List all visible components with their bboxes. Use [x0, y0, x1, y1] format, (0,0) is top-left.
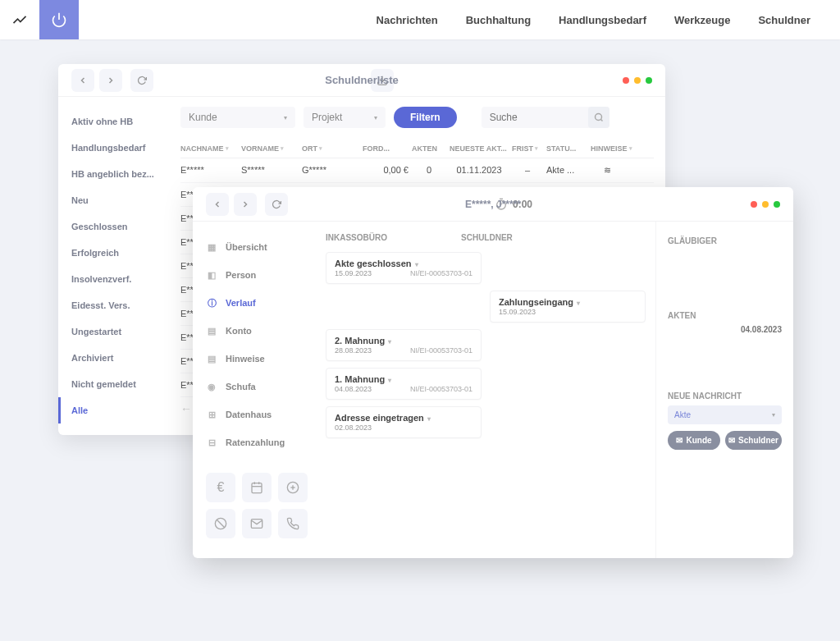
akte-select[interactable]: Akte▾	[668, 405, 782, 424]
th-ort[interactable]: ORT▾	[302, 144, 359, 153]
detail-window: E*****, J***** 0:00 ▦Übersicht◧PersonⓘVe…	[193, 187, 793, 558]
sidebar-item-hb-bez[interactable]: HB angeblich bez...	[71, 161, 169, 187]
timeline: INKASSOBÜRO SCHULDNER Akte geschlossen▾1…	[316, 222, 655, 558]
sidebar-item-eidesst[interactable]: Eidesst. Vers.	[71, 292, 169, 318]
nav-handlungsbedarf[interactable]: Handlungsbedarf	[559, 14, 646, 26]
block-icon[interactable]	[206, 509, 235, 538]
forward-button[interactable]	[234, 193, 257, 216]
nav-item-datenhaus[interactable]: ⊞Datenhaus	[206, 401, 308, 428]
projekt-select[interactable]: Projekt▾	[304, 107, 386, 128]
nav-item-person[interactable]: ◧Person	[206, 261, 308, 289]
traffic-lights[interactable]	[623, 77, 652, 84]
forward-button[interactable]	[99, 69, 122, 92]
nav-item-ratenzahlung[interactable]: ⊟Ratenzahlung	[206, 428, 308, 456]
nav-item-hinweise[interactable]: ▤Hinweise	[206, 345, 308, 373]
sidebar-item-insolvenz[interactable]: Insolvenzverf.	[71, 266, 169, 292]
timeline-card[interactable]: 2. Mahnung▾28.08.2023NI/EI-00053703-01	[326, 329, 482, 361]
right-column: GLÄUBIGER AKTEN 04.08.2023 NEUE NACHRICH…	[655, 222, 793, 558]
search-wrap	[482, 107, 609, 128]
reload-button[interactable]	[265, 193, 288, 216]
svg-line-15	[217, 520, 224, 527]
th-neueste[interactable]: NEUESTE AKT...	[450, 144, 509, 153]
back-button[interactable]	[206, 193, 229, 216]
sidebar-item-alle[interactable]: Alle	[58, 397, 169, 424]
timeline-card[interactable]: 1. Mahnung▾04.08.2023NI/EI-00053703-01	[326, 368, 482, 400]
filtern-button[interactable]: Filtern	[394, 107, 457, 128]
window-header: Schuldnerliste	[58, 64, 665, 97]
timeline-card[interactable]: Akte geschlossen▾15.09.2023NI/EI-0005370…	[326, 252, 482, 284]
th-nachname[interactable]: NACHNAME▾	[180, 144, 238, 153]
svg-line-3	[600, 119, 602, 121]
th-vorname[interactable]: VORNAME▾	[241, 144, 299, 153]
timeline-card[interactable]: Adresse eingetragen▾02.08.2023	[326, 406, 482, 438]
kunde-button[interactable]: ✉Kunde	[668, 431, 720, 450]
svg-point-2	[595, 114, 601, 121]
topbar: Nachrichten Buchhaltung Handlungsbedarf …	[0, 0, 840, 39]
back-button[interactable]	[71, 69, 94, 92]
search-icon[interactable]	[588, 107, 609, 128]
kunde-select[interactable]: Kunde▾	[180, 107, 295, 128]
nav-item-übersicht[interactable]: ▦Übersicht	[206, 233, 308, 261]
sidebar-item-archiviert[interactable]: Archiviert	[71, 345, 169, 371]
nav-item-schufa[interactable]: ◉Schufa	[206, 373, 308, 401]
timeline-col-inkasso: INKASSOBÜRO	[326, 233, 387, 242]
nav-nachrichten[interactable]: Nachrichten	[377, 14, 438, 26]
action-grid: €	[206, 473, 308, 547]
stats-icon[interactable]	[0, 0, 39, 39]
window-title: Schuldnerliste	[325, 74, 399, 86]
akten-label: AKTEN	[668, 311, 782, 320]
calendar-icon[interactable]	[242, 473, 272, 502]
th-akten[interactable]: AKTEN	[412, 144, 446, 153]
schuldner-button[interactable]: ✉Schuldner	[725, 431, 782, 450]
detail-header: E*****, J***** 0:00	[193, 187, 793, 222]
nav-item-konto[interactable]: ▤Konto	[206, 317, 308, 345]
detail-title: E*****, J*****	[465, 199, 521, 210]
th-frist[interactable]: FRIST▾	[512, 144, 543, 153]
nav-buchhaltung[interactable]: Buchhaltung	[466, 14, 531, 26]
sidebar-item-ungestartet[interactable]: Ungestartet	[71, 318, 169, 345]
nav-schuldner[interactable]: Schuldner	[758, 14, 810, 26]
power-icon[interactable]	[39, 0, 79, 39]
table-header: NACHNAME▾ VORNAME▾ ORT▾ FORD... AKTEN NE…	[180, 140, 654, 158]
sidebar-item-neu[interactable]: Neu	[71, 187, 169, 213]
phone-icon[interactable]	[278, 509, 308, 538]
sidebar-item-erfolgreich[interactable]: Erfolgreich	[71, 240, 169, 266]
euro-icon[interactable]: €	[206, 473, 235, 502]
detail-nav: ▦Übersicht◧PersonⓘVerlauf▤Konto▤Hinweise…	[193, 222, 316, 558]
th-ford[interactable]: FORD...	[363, 144, 409, 153]
filter-row: Kunde▾ Projekt▾ Filtern	[180, 107, 654, 128]
nav-item-verlauf[interactable]: ⓘVerlauf	[206, 289, 308, 317]
sidebar-item-geschlossen[interactable]: Geschlossen	[71, 213, 169, 240]
th-status[interactable]: STATU...	[546, 144, 587, 153]
glaubiger-label: GLÄUBIGER	[668, 236, 782, 245]
timeline-card[interactable]: Zahlungseingang▾15.09.2023	[490, 291, 646, 323]
th-hinweise[interactable]: HINWEISE▾	[591, 144, 623, 153]
reload-button[interactable]	[130, 69, 153, 92]
neue-nachricht-label: NEUE NACHRICHT	[668, 391, 782, 401]
sidebar-item-nicht-gemeldet[interactable]: Nicht gemeldet	[71, 371, 169, 397]
sidebar-item-aktiv[interactable]: Aktiv ohne HB	[71, 108, 169, 135]
nav-werkzeuge[interactable]: Werkzeuge	[674, 14, 730, 26]
sidebar: Aktiv ohne HB Handlungsbedarf HB angebli…	[58, 97, 169, 435]
traffic-lights[interactable]	[751, 201, 780, 208]
search-input[interactable]	[482, 107, 588, 128]
timeline-col-schuldner: SCHULDNER	[461, 233, 513, 242]
sidebar-item-handlungsbedarf[interactable]: Handlungsbedarf	[71, 135, 169, 161]
svg-rect-7	[252, 483, 262, 493]
akten-date: 04.08.2023	[668, 325, 782, 334]
topnav: Nachrichten Buchhaltung Handlungsbedarf …	[377, 14, 840, 26]
mail-icon[interactable]	[242, 509, 272, 538]
plus-icon[interactable]	[278, 473, 308, 502]
table-row[interactable]: E*****S*****G*****0,00 €001.11.2023–Akte…	[180, 158, 654, 183]
